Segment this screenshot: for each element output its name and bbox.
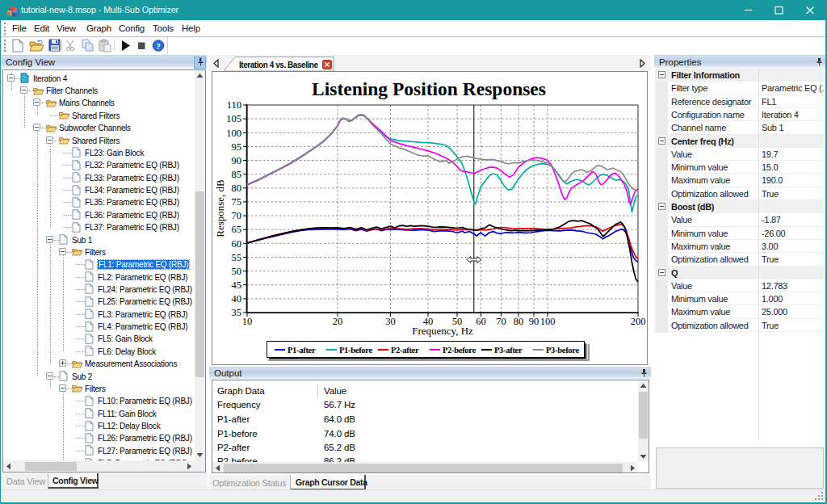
- svg-text:20: 20: [333, 316, 343, 327]
- svg-text:65: 65: [232, 224, 242, 235]
- svg-text:70: 70: [232, 210, 242, 221]
- svg-text:45: 45: [232, 279, 242, 291]
- svg-text:105: 105: [226, 113, 241, 124]
- svg-text:Frequency, Hz: Frequency, Hz: [412, 325, 473, 337]
- svg-text:80: 80: [232, 183, 242, 194]
- svg-text:40: 40: [232, 293, 242, 304]
- svg-text:?: ?: [156, 41, 161, 51]
- svg-text:90: 90: [232, 155, 242, 166]
- svg-text:30: 30: [385, 316, 396, 327]
- svg-text:90: 90: [529, 316, 539, 327]
- svg-text:200: 200: [631, 316, 646, 327]
- svg-text:P1-before: P1-before: [339, 346, 372, 355]
- svg-text:95: 95: [232, 141, 242, 153]
- svg-text:75: 75: [232, 196, 242, 208]
- svg-text:85: 85: [232, 169, 242, 180]
- svg-text:Listening Position Responses: Listening Position Responses: [312, 78, 546, 99]
- svg-text:P3-after: P3-after: [494, 346, 523, 355]
- svg-text:P1-after: P1-after: [288, 346, 316, 355]
- svg-text:70: 70: [496, 316, 506, 327]
- svg-text:80: 80: [514, 316, 524, 327]
- svg-text:55: 55: [232, 252, 242, 263]
- svg-text:110: 110: [227, 99, 241, 111]
- svg-text:Response, dB: Response, dB: [214, 179, 226, 237]
- svg-text:P2-after: P2-after: [391, 346, 419, 355]
- svg-text:50: 50: [232, 266, 242, 277]
- svg-text:P3-before: P3-before: [546, 346, 579, 355]
- svg-text:100: 100: [540, 316, 556, 327]
- svg-text:10: 10: [242, 316, 253, 327]
- svg-text:35: 35: [232, 307, 242, 318]
- svg-text:100: 100: [226, 128, 241, 139]
- svg-text:P2-before: P2-before: [443, 346, 476, 355]
- svg-text:60: 60: [232, 238, 242, 250]
- svg-text:60: 60: [476, 316, 486, 327]
